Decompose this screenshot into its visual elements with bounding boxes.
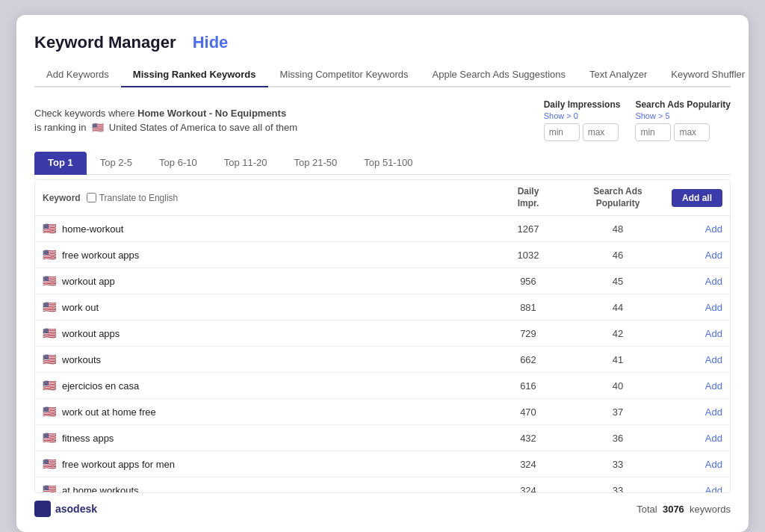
tab-apple-search[interactable]: Apple Search Ads Suggestions [421,63,578,87]
keyword-text: fitness apps [62,433,114,444]
range-tab-top2-5[interactable]: Top 2-5 [87,152,146,175]
row-keyword: 🇺🇸 free workout apps [43,248,483,262]
row-impressions: 881 [483,302,573,313]
range-tabs-wrapper: Top 1 Top 2-5 Top 6-10 Top 11-20 Top 21-… [34,152,731,175]
main-card: Keyword Manager Hide Add Keywords Missin… [16,15,749,532]
row-search-ads: 36 [573,433,663,444]
add-link[interactable]: Add [705,406,722,418]
search-ads-min[interactable] [635,123,671,141]
flag-icon: 🇺🇸 [43,222,57,235]
search-ads-group: Search Ads Popularity Show > 5 [635,99,731,141]
keyword-text: work out [62,302,99,313]
flag-icon: 🇺🇸 [43,353,57,366]
table-row: 🇺🇸 free workout apps 1032 46 Add [35,242,730,268]
add-link[interactable]: Add [705,433,722,444]
logo-text: asodesk [55,503,97,515]
flag-icon: 🇺🇸 [43,300,57,314]
table-row: 🇺🇸 fitness apps 432 36 Add [35,425,730,451]
hide-link[interactable]: Hide [193,33,229,52]
keyword-text: work out at home free [62,406,156,418]
row-keyword: 🇺🇸 at home workouts [43,483,483,492]
row-keyword: 🇺🇸 workout app [43,274,483,288]
row-impressions: 956 [483,276,573,287]
daily-impressions-inputs [544,123,619,141]
row-impressions: 470 [483,406,573,418]
keyword-text: home-workout [62,223,123,235]
translate-checkbox[interactable] [87,193,96,202]
row-impressions: 324 [483,485,573,493]
search-ads-inputs [635,123,710,141]
keyword-text: free workout apps for men [62,459,175,470]
row-keyword: 🇺🇸 work out [43,300,483,314]
page-title: Keyword Manager [34,33,176,52]
row-search-ads: 41 [573,354,663,365]
range-tab-top1[interactable]: Top 1 [34,152,87,175]
row-impressions: 432 [483,433,573,444]
table-row: 🇺🇸 at home workouts 324 33 Add [35,477,730,492]
tab-add-keywords[interactable]: Add Keywords [34,63,121,87]
add-link[interactable]: Add [705,354,722,365]
flag-icon: 🇺🇸 [43,274,57,288]
add-link[interactable]: Add [705,250,722,261]
tab-keyword-shuffler[interactable]: Keyword Shuffler [659,63,757,87]
row-impressions: 616 [483,380,573,392]
footer-row: asodesk Total 3076 keywords [34,501,731,517]
row-search-ads: 42 [573,328,663,339]
translate-checkbox-label[interactable]: Translate to English [87,193,179,203]
search-ads-label: Search Ads Popularity [635,99,731,110]
row-impressions: 729 [483,328,573,339]
add-all-button[interactable]: Add all [672,189,722,207]
row-search-ads: 48 [573,223,663,235]
row-search-ads: 46 [573,250,663,261]
daily-impressions-group: Daily Impressions Show > 0 [544,99,621,141]
app-name: Home Workout - No Equipments [137,108,286,119]
row-search-ads: 33 [573,459,663,470]
tab-text-analyzer[interactable]: Text Analyzer [577,63,659,87]
filter-row: Check keywords where Home Workout - No E… [34,99,731,141]
table-row: 🇺🇸 work out at home free 470 37 Add [35,399,730,425]
flag-icon: 🇺🇸 [43,248,57,262]
flag-icon: 🇺🇸 [43,327,57,340]
add-link[interactable]: Add [705,380,722,392]
add-link[interactable]: Add [705,328,722,339]
keyword-text: workout apps [62,328,120,339]
add-link[interactable]: Add [705,459,722,470]
row-keyword: 🇺🇸 ejercicios en casa [43,379,483,392]
search-ads-max[interactable] [674,123,710,141]
add-link[interactable]: Add [705,223,722,235]
add-link[interactable]: Add [705,485,722,492]
row-impressions: 1032 [483,250,573,261]
asodesk-logo: asodesk [34,501,97,517]
add-all-col: Add all [663,189,722,207]
tabs-row: Add Keywords Missing Ranked Keywords Mis… [34,63,731,87]
table-row: 🇺🇸 ejercicios en casa 616 40 Add [35,373,730,399]
row-keyword: 🇺🇸 workout apps [43,327,483,340]
range-tab-top6-10[interactable]: Top 6-10 [146,152,211,175]
daily-impressions-min[interactable] [544,123,580,141]
range-tab-top51-100[interactable]: Top 51-100 [350,152,426,175]
keyword-text: free workout apps [62,250,139,261]
row-action: Add [663,274,722,288]
daily-impressions-max[interactable] [583,123,619,141]
table-row: 🇺🇸 workouts 662 41 Add [35,347,730,373]
tab-missing-competitor[interactable]: Missing Competitor Keywords [268,63,421,87]
add-link[interactable]: Add [705,276,722,287]
row-impressions: 1267 [483,223,573,235]
row-action: Add [663,353,722,366]
add-link[interactable]: Add [705,302,722,313]
range-tab-top11-20[interactable]: Top 11-20 [211,152,281,175]
table-row: 🇺🇸 free workout apps for men 324 33 Add [35,451,730,477]
table-row: 🇺🇸 workout apps 729 42 Add [35,321,730,347]
row-keyword: 🇺🇸 home-workout [43,222,483,235]
row-search-ads: 33 [573,485,663,493]
row-action: Add [663,248,722,262]
tab-copy-from[interactable]: Copy From [757,63,765,87]
tab-missing-ranked[interactable]: Missing Ranked Keywords [121,63,268,87]
row-search-ads: 40 [573,380,663,392]
daily-impressions-label: Daily Impressions [544,99,621,110]
range-tab-top21-50[interactable]: Top 21-50 [281,152,351,175]
table-row: 🇺🇸 home-workout 1267 48 Add [35,216,730,242]
table-row: 🇺🇸 work out 881 44 Add [35,294,730,321]
total-count: 3076 [663,504,684,515]
row-action: Add [663,431,722,445]
